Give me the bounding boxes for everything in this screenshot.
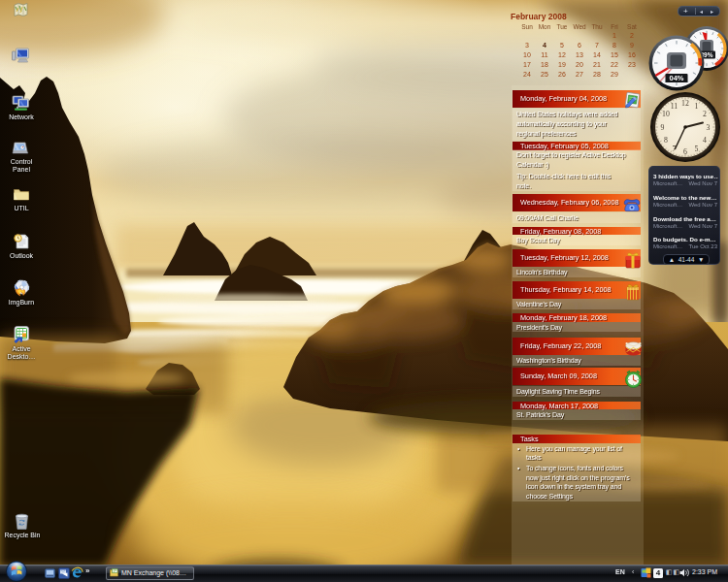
svg-text:04%: 04% [669, 74, 683, 82]
svg-text:5: 5 [695, 145, 699, 153]
svg-text:12: 12 [681, 99, 689, 108]
svg-text:6: 6 [683, 147, 687, 156]
svg-text:10: 10 [662, 110, 670, 118]
svg-text:3: 3 [707, 123, 711, 132]
svg-text:9: 9 [661, 123, 665, 132]
svg-text:2: 2 [703, 110, 707, 118]
svg-text:1: 1 [695, 102, 699, 111]
svg-text:4: 4 [703, 136, 707, 145]
svg-text:8: 8 [664, 136, 668, 145]
svg-text:11: 11 [671, 102, 678, 111]
